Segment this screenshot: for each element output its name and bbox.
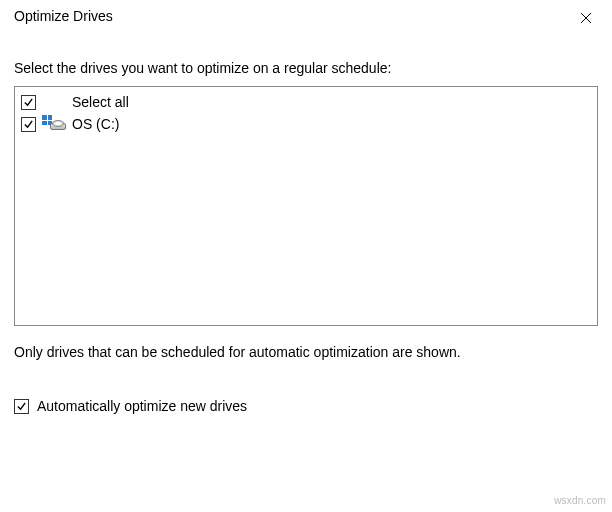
drive-row[interactable]: OS (C:)	[19, 113, 593, 135]
auto-optimize-label: Automatically optimize new drives	[37, 398, 247, 414]
window-title: Optimize Drives	[14, 8, 113, 24]
drive-label: OS (C:)	[72, 116, 119, 132]
checkmark-icon	[23, 97, 34, 108]
drives-listbox[interactable]: Select all OS (C:)	[14, 86, 598, 326]
close-icon	[580, 12, 592, 24]
checkmark-icon	[16, 401, 27, 412]
os-drive-icon	[42, 116, 66, 132]
auto-optimize-row[interactable]: Automatically optimize new drives	[14, 398, 598, 414]
instruction-text: Select the drives you want to optimize o…	[14, 60, 598, 76]
title-bar: Optimize Drives	[0, 0, 612, 32]
auto-optimize-checkbox[interactable]	[14, 399, 29, 414]
content-area: Select the drives you want to optimize o…	[0, 32, 612, 414]
select-all-label: Select all	[72, 94, 129, 110]
checkmark-icon	[23, 119, 34, 130]
watermark: wsxdn.com	[554, 495, 606, 506]
drive-checkbox[interactable]	[21, 117, 36, 132]
footer-note: Only drives that can be scheduled for au…	[14, 344, 598, 360]
disk-icon	[50, 120, 66, 130]
close-button[interactable]	[566, 4, 606, 32]
select-all-row[interactable]: Select all	[19, 91, 593, 113]
select-all-checkbox[interactable]	[21, 95, 36, 110]
